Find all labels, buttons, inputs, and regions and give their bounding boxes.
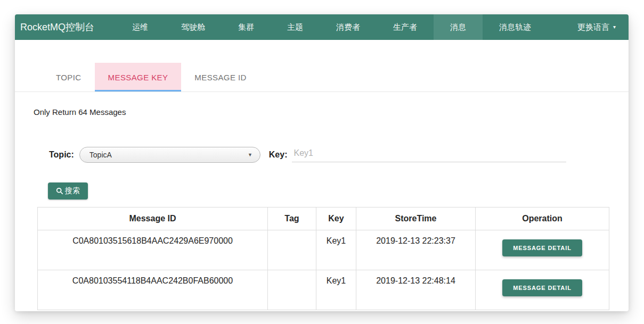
- top-nav: RocketMQ控制台 运维 驾驶舱 集群 主题 消费者 生产者 消息 消息轨迹…: [15, 14, 629, 40]
- cell-storetime: 2019-12-13 22:48:14: [356, 270, 476, 310]
- col-header-tag: Tag: [268, 207, 316, 230]
- topic-label: Topic:: [49, 150, 74, 160]
- chevron-down-icon: ▾: [613, 24, 616, 30]
- brand-title[interactable]: RocketMQ控制台: [15, 14, 102, 40]
- language-dropdown[interactable]: 更换语言 ▾: [577, 14, 629, 40]
- limit-notice: Only Return 64 Messages: [34, 107, 629, 117]
- cell-key: Key1: [316, 230, 356, 270]
- search-form: Topic: TopicA ▼ Key:: [49, 147, 629, 163]
- table-row: C0A80103515618B4AAC2429A6E970000 Key1 20…: [38, 230, 609, 270]
- cell-operation: MESSAGE DETAIL: [476, 270, 609, 310]
- search-button-label: 搜索: [65, 186, 80, 196]
- table-row: C0A80103554118B4AAC242B0FAB60000 Key1 20…: [38, 270, 609, 310]
- col-header-message-id: Message ID: [38, 207, 268, 230]
- search-icon: [56, 187, 63, 195]
- message-table: Message ID Tag Key StoreTime Operation C…: [37, 207, 609, 310]
- col-header-key: Key: [316, 207, 356, 230]
- topic-select[interactable]: TopicA: [79, 147, 260, 163]
- col-header-storetime: StoreTime: [356, 207, 476, 230]
- nav-item-message[interactable]: 消息: [434, 14, 483, 40]
- topic-select-wrap: TopicA ▼: [79, 147, 260, 163]
- cell-tag: [268, 230, 316, 270]
- nav-item-message-trace[interactable]: 消息轨迹: [483, 14, 548, 40]
- nav-item-topic[interactable]: 主题: [271, 14, 320, 40]
- cell-message-id: C0A80103554118B4AAC242B0FAB60000: [38, 270, 268, 310]
- cell-tag: [268, 270, 316, 310]
- cell-key: Key1: [316, 270, 356, 310]
- nav-item-consumer[interactable]: 消费者: [320, 14, 377, 40]
- tab-message-key[interactable]: MESSAGE KEY: [95, 63, 182, 92]
- nav-item-dashboard[interactable]: 驾驶舱: [165, 14, 222, 40]
- nav-item-ops[interactable]: 运维: [116, 14, 165, 40]
- nav-item-cluster[interactable]: 集群: [222, 14, 271, 40]
- message-table-wrap: Message ID Tag Key StoreTime Operation C…: [37, 207, 609, 310]
- search-mode-tabs: TOPIC MESSAGE KEY MESSAGE ID: [15, 63, 629, 92]
- col-header-operation: Operation: [476, 207, 609, 230]
- tab-message-id[interactable]: MESSAGE ID: [181, 63, 259, 92]
- cell-storetime: 2019-12-13 22:23:37: [356, 230, 476, 270]
- nav-item-producer[interactable]: 生产者: [377, 14, 434, 40]
- app-window: RocketMQ控制台 运维 驾驶舱 集群 主题 消费者 生产者 消息 消息轨迹…: [15, 14, 629, 311]
- message-detail-button[interactable]: MESSAGE DETAIL: [502, 279, 582, 296]
- key-input[interactable]: [292, 147, 566, 162]
- search-button[interactable]: 搜索: [48, 182, 88, 200]
- table-header-row: Message ID Tag Key StoreTime Operation: [38, 207, 609, 230]
- cell-message-id: C0A80103515618B4AAC2429A6E970000: [38, 230, 268, 270]
- cell-operation: MESSAGE DETAIL: [476, 230, 609, 270]
- message-detail-button[interactable]: MESSAGE DETAIL: [502, 239, 582, 256]
- key-label: Key:: [269, 150, 288, 160]
- language-label: 更换语言: [577, 22, 609, 32]
- tab-topic[interactable]: TOPIC: [43, 63, 95, 92]
